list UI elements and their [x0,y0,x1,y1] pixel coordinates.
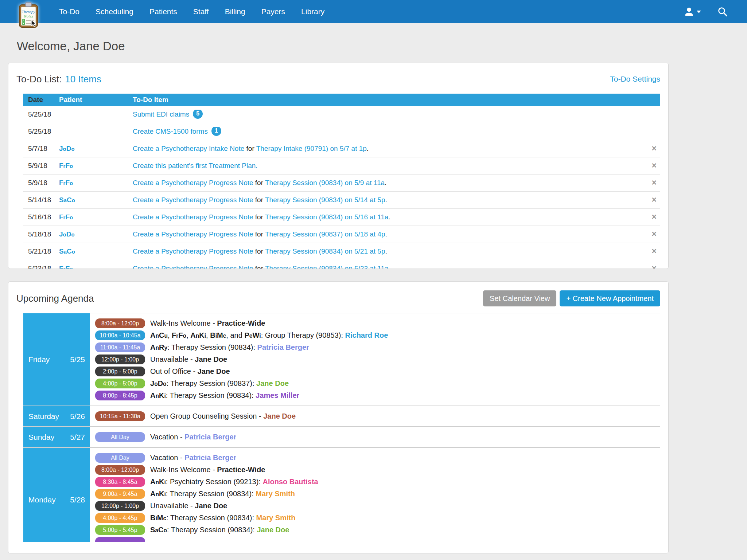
day-name: Friday [28,355,50,364]
dismiss-todo-button[interactable]: × [652,246,657,256]
event-patient-code[interactable]: AnKi [150,478,166,486]
event-name[interactable]: Alonso Bautista [262,478,318,486]
event-time-badge[interactable]: 12:00p - 1:00p [95,501,145,511]
todo-item-link[interactable]: Create a Psychotherapy Progress Note [133,179,253,187]
todo-item-link[interactable]: Create a Psychotherapy Progress Note [133,230,253,238]
set-calendar-view-button[interactable]: Set Calendar View [483,290,556,306]
todo-date: 5/9/18 [23,162,54,170]
todo-patient-link[interactable]: JoDo [59,230,74,238]
todo-item-link[interactable]: Create this patient's first Treatment Pl… [133,162,258,169]
todo-patient-link[interactable]: FrFo [59,213,73,221]
event-patient-code[interactable]: SaCo [150,526,167,534]
nav-item-billing[interactable]: Billing [217,0,253,23]
event-name[interactable]: Jane Doe [256,379,289,387]
event-name[interactable]: Richard Roe [345,331,388,339]
todo-item: Create a Psychotherapy Progress Note for… [128,265,642,269]
event-time-badge[interactable]: All Day [95,432,145,442]
dismiss-todo-button[interactable]: × [652,178,657,187]
todo-appointment-link[interactable]: Therapy Intake (90791) on 5/7 at 1p [256,145,367,152]
event-name[interactable]: Patricia Berger [184,433,236,441]
event-name[interactable]: Mary Smith [256,514,296,522]
event-patient-code[interactable]: JoDo [150,379,167,387]
event-name[interactable]: Practice-Wide [217,466,265,474]
todo-patient-link[interactable]: FrFo [59,179,73,187]
create-new-appointment-button[interactable]: + Create New Appointment [560,290,660,306]
nav-item-to-do[interactable]: To-Do [51,0,87,23]
nav-item-payers[interactable]: Payers [253,0,293,23]
todo-patient-link[interactable]: SaCo [59,196,75,204]
todo-appointment-link[interactable]: Therapy Session (90834) on 5/14 at 5p [265,196,385,204]
event-time-badge[interactable]: 8:00p - 8:45p [95,391,145,400]
nav-item-library[interactable]: Library [293,0,332,23]
event-name[interactable]: Jane Doe [195,502,227,510]
event-text: Unavailable - Jane Doe [150,502,227,510]
todo-patient-link[interactable]: JoDo [59,145,74,152]
event-time-badge[interactable]: 11:00a - 11:45a [95,342,145,352]
nav-item-staff[interactable]: Staff [185,0,217,23]
todo-count-link[interactable]: 10 Items [65,72,101,86]
nav-item-scheduling[interactable]: Scheduling [87,0,141,23]
event-name[interactable]: Jane Doe [257,526,289,534]
dismiss-todo-button[interactable]: × [652,229,657,239]
event-name[interactable]: Patricia Berger [257,343,309,351]
todo-appointment-link[interactable]: Therapy Session (90834) on 5/23 at 11a [265,265,389,269]
event-name[interactable]: Jane Doe [263,412,296,420]
event-time-badge[interactable]: 4:00p - 4:45p [95,513,145,523]
todo-settings-link[interactable]: To-Do Settings [610,75,660,83]
dismiss-todo-button[interactable]: × [652,263,657,269]
dismiss-todo-button[interactable]: × [652,144,657,153]
top-nav: Therapy Notes To-DoSchedulingPatientsSta… [0,0,747,23]
event-time-badge[interactable]: 8:00a - 12:00p [95,318,145,328]
todo-item-link[interactable]: Create a Psychotherapy Progress Note [133,213,253,221]
event-name[interactable]: James Miller [256,391,299,399]
event-time-badge[interactable]: 8:00a - 12:00p [95,465,145,475]
todo-appointment-link[interactable]: Therapy Session (90834) on 5/16 at 11a [265,213,389,221]
todo-patient: FrFo [54,213,128,221]
event-patient-code[interactable]: AnKi [150,490,166,498]
event-time-badge[interactable] [95,537,145,542]
event-name[interactable]: Jane Doe [198,367,230,375]
event-patient-code[interactable]: BiMc [150,514,166,522]
user-menu-button[interactable] [684,7,701,17]
todo-item-link[interactable]: Submit EDI claims [133,110,189,118]
todo-patient: SaCo [54,196,128,204]
event-name[interactable]: Practice-Wide [217,319,265,327]
todo-row: 5/9/18FrFoCreate a Psychotherapy Progres… [23,175,660,192]
event-time-badge[interactable]: 5:00p - 5:45p [95,525,145,535]
dismiss-todo-button[interactable]: × [652,195,657,204]
event-time-badge[interactable]: 9:00a - 9:45a [95,489,145,499]
event-text: Walk-Ins Welcome - Practice-Wide [150,319,265,328]
event-time-badge[interactable]: All Day [95,453,145,463]
event-time-badge[interactable]: 2:00p - 5:00p [95,367,145,376]
event-time-badge[interactable]: 8:30a - 8:45a [95,477,145,487]
todo-item-link[interactable]: Create a Psychotherapy Progress Note [133,196,253,204]
todo-item-link[interactable]: Create CMS-1500 forms [133,127,208,135]
todo-item-link[interactable]: Create a Psychotherapy Progress Note [133,265,253,269]
event-time-badge[interactable]: 10:15a - 11:30a [95,411,145,421]
todo-item-link[interactable]: Create a Psychotherapy Intake Note [133,145,244,152]
dismiss-todo-button[interactable]: × [652,161,657,170]
event-time-badge[interactable]: 4:00p - 5:00p [95,379,145,388]
agenda-day-row: Sunday5/27All DayVacation - Patricia Ber… [23,426,660,447]
event-name[interactable]: Jane Doe [195,355,227,363]
event-patient-code[interactable]: AnRy [150,343,167,351]
todo-date: 5/23/18 [23,265,54,269]
event-time-badge[interactable]: 12:00p - 1:00p [95,355,145,364]
event-time-badge[interactable]: 10:00a - 10:45a [95,330,145,340]
event-row: 8:30a - 8:45aAnKi: Psychiatry Session (9… [95,476,660,488]
todo-patient-link[interactable]: SaCo [59,247,75,255]
search-button[interactable] [717,6,728,17]
event-patient-code[interactable]: AnCu, FrFo, AnKi, BiMc, and PeWi [150,331,261,339]
todo-appointment-link[interactable]: Therapy Session (90837) on 5/18 at 4p [265,230,385,238]
todo-appointment-link[interactable]: Therapy Session (90834) on 5/9 at 11a [265,179,385,187]
event-name[interactable]: Mary Smith [256,490,295,498]
nav-item-patients[interactable]: Patients [141,0,185,23]
app-logo[interactable]: Therapy Notes [17,2,40,30]
todo-patient-link[interactable]: FrFo [59,162,73,169]
todo-appointment-link[interactable]: Therapy Session (90834) on 5/21 at 5p [265,247,385,255]
todo-item-link[interactable]: Create a Psychotherapy Progress Note [133,247,253,255]
event-patient-code[interactable]: AnKi [150,391,166,399]
todo-patient-link[interactable]: FrFo [59,265,73,269]
dismiss-todo-button[interactable]: × [652,212,657,222]
event-name[interactable]: Patricia Berger [184,454,236,462]
